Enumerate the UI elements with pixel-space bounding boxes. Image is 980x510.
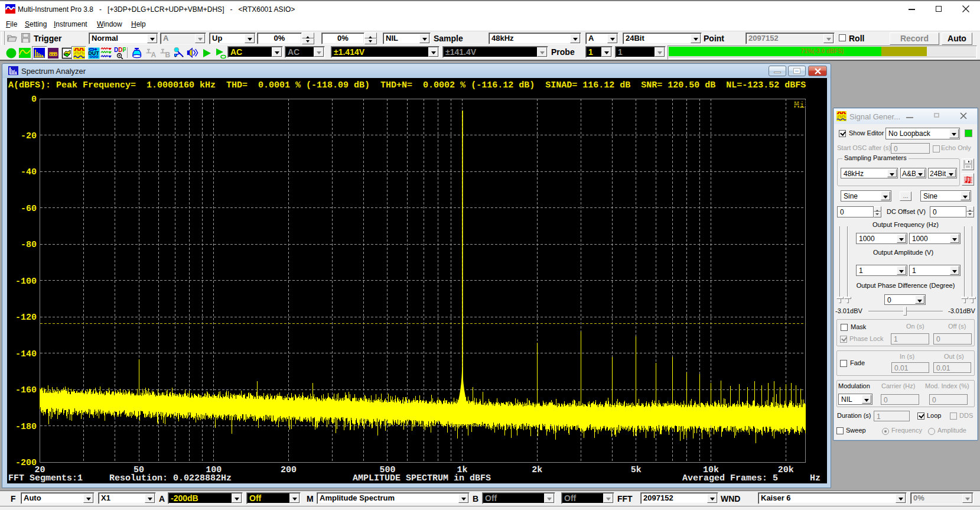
svg-text:-140: -140: [15, 349, 37, 359]
svg-text:2k: 2k: [532, 465, 542, 475]
svg-text:-200: -200: [15, 458, 37, 468]
svg-text:Averaged Frames: 5: Averaged Frames: 5: [682, 473, 778, 483]
svg-text:0: 0: [31, 95, 37, 105]
svg-text:Hz: Hz: [810, 473, 821, 483]
svg-text:20k: 20k: [778, 465, 794, 475]
svg-text:-60: -60: [21, 204, 37, 214]
svg-text:200: 200: [281, 465, 297, 475]
svg-text:Resolution: 0.0228882Hz: Resolution: 0.0228882Hz: [109, 473, 232, 483]
svg-text:-180: -180: [15, 422, 37, 432]
svg-text:AMPLITUDE SPECTRUM in dBFS: AMPLITUDE SPECTRUM in dBFS: [353, 473, 491, 483]
svg-text:-40: -40: [21, 167, 37, 177]
svg-text:FFT Segments:1: FFT Segments:1: [8, 473, 83, 483]
svg-text:-20: -20: [21, 131, 37, 141]
svg-text:-120: -120: [15, 313, 37, 323]
svg-text:-80: -80: [21, 240, 37, 250]
svg-text:-100: -100: [15, 277, 37, 287]
svg-text:5k: 5k: [631, 465, 642, 475]
svg-text:-160: -160: [15, 385, 37, 395]
